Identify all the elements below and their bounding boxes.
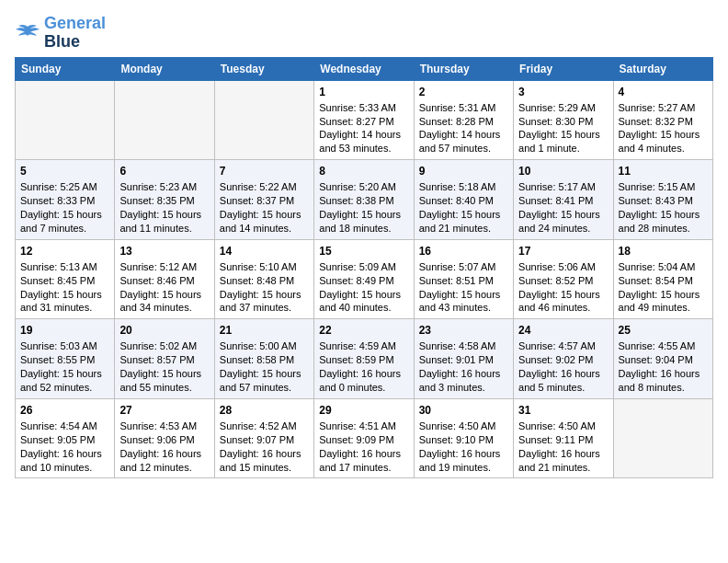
day-number: 12 bbox=[20, 244, 109, 259]
day-info: Sunrise: 5:12 AM Sunset: 8:46 PM Dayligh… bbox=[119, 261, 201, 314]
calendar-cell: 3Sunrise: 5:29 AM Sunset: 8:30 PM Daylig… bbox=[514, 80, 613, 160]
calendar-week-5: 26Sunrise: 4:54 AM Sunset: 9:05 PM Dayli… bbox=[16, 398, 713, 478]
day-info: Sunrise: 4:55 AM Sunset: 9:04 PM Dayligh… bbox=[619, 340, 700, 393]
calendar-cell: 19Sunrise: 5:03 AM Sunset: 8:55 PM Dayli… bbox=[16, 319, 115, 399]
day-info: Sunrise: 5:15 AM Sunset: 8:43 PM Dayligh… bbox=[619, 181, 700, 234]
logo-text: General Blue bbox=[44, 15, 106, 52]
day-number: 30 bbox=[419, 403, 508, 418]
calendar-cell: 23Sunrise: 4:58 AM Sunset: 9:01 PM Dayli… bbox=[414, 319, 513, 399]
day-info: Sunrise: 5:13 AM Sunset: 8:45 PM Dayligh… bbox=[20, 261, 102, 314]
calendar-header-row: SundayMondayTuesdayWednesdayThursdayFrid… bbox=[16, 57, 713, 80]
calendar-cell: 13Sunrise: 5:12 AM Sunset: 8:46 PM Dayli… bbox=[115, 239, 214, 319]
weekday-header-monday: Monday bbox=[115, 57, 214, 80]
day-number: 22 bbox=[319, 323, 408, 338]
weekday-header-sunday: Sunday bbox=[16, 57, 115, 80]
day-number: 17 bbox=[518, 244, 608, 259]
calendar-table: SundayMondayTuesdayWednesdayThursdayFrid… bbox=[15, 57, 713, 479]
day-number: 15 bbox=[319, 244, 408, 259]
day-info: Sunrise: 5:07 AM Sunset: 8:51 PM Dayligh… bbox=[419, 261, 501, 314]
calendar-cell bbox=[214, 80, 313, 160]
calendar-cell: 10Sunrise: 5:17 AM Sunset: 8:41 PM Dayli… bbox=[514, 160, 613, 240]
calendar-cell: 29Sunrise: 4:51 AM Sunset: 9:09 PM Dayli… bbox=[314, 398, 414, 478]
calendar-cell: 26Sunrise: 4:54 AM Sunset: 9:05 PM Dayli… bbox=[16, 398, 115, 478]
day-info: Sunrise: 5:06 AM Sunset: 8:52 PM Dayligh… bbox=[518, 261, 600, 314]
day-info: Sunrise: 5:27 AM Sunset: 8:32 PM Dayligh… bbox=[619, 102, 700, 155]
weekday-header-tuesday: Tuesday bbox=[214, 57, 313, 80]
day-number: 24 bbox=[518, 323, 608, 338]
day-info: Sunrise: 5:22 AM Sunset: 8:37 PM Dayligh… bbox=[220, 181, 301, 234]
day-number: 14 bbox=[220, 244, 309, 259]
day-info: Sunrise: 5:02 AM Sunset: 8:57 PM Dayligh… bbox=[119, 340, 201, 393]
day-info: Sunrise: 4:50 AM Sunset: 9:11 PM Dayligh… bbox=[518, 420, 600, 473]
day-number: 29 bbox=[319, 403, 408, 418]
calendar-cell: 25Sunrise: 4:55 AM Sunset: 9:04 PM Dayli… bbox=[613, 319, 712, 399]
day-number: 18 bbox=[619, 244, 708, 259]
calendar-cell: 7Sunrise: 5:22 AM Sunset: 8:37 PM Daylig… bbox=[214, 160, 313, 240]
day-info: Sunrise: 5:20 AM Sunset: 8:38 PM Dayligh… bbox=[319, 181, 401, 234]
day-info: Sunrise: 5:04 AM Sunset: 8:54 PM Dayligh… bbox=[619, 261, 700, 314]
calendar-cell: 1Sunrise: 5:33 AM Sunset: 8:27 PM Daylig… bbox=[314, 80, 414, 160]
calendar-cell: 4Sunrise: 5:27 AM Sunset: 8:32 PM Daylig… bbox=[613, 80, 712, 160]
day-number: 27 bbox=[119, 403, 209, 418]
calendar-cell: 15Sunrise: 5:09 AM Sunset: 8:49 PM Dayli… bbox=[314, 239, 414, 319]
day-info: Sunrise: 5:09 AM Sunset: 8:49 PM Dayligh… bbox=[319, 261, 401, 314]
calendar-week-2: 5Sunrise: 5:25 AM Sunset: 8:33 PM Daylig… bbox=[16, 160, 713, 240]
weekday-header-saturday: Saturday bbox=[613, 57, 712, 80]
calendar-cell: 28Sunrise: 4:52 AM Sunset: 9:07 PM Dayli… bbox=[214, 398, 313, 478]
day-info: Sunrise: 4:54 AM Sunset: 9:05 PM Dayligh… bbox=[20, 420, 102, 473]
day-number: 4 bbox=[619, 85, 708, 99]
calendar-cell: 21Sunrise: 5:00 AM Sunset: 8:58 PM Dayli… bbox=[214, 319, 313, 399]
calendar-cell: 14Sunrise: 5:10 AM Sunset: 8:48 PM Dayli… bbox=[214, 239, 313, 319]
day-info: Sunrise: 5:31 AM Sunset: 8:28 PM Dayligh… bbox=[419, 102, 501, 155]
day-info: Sunrise: 5:29 AM Sunset: 8:30 PM Dayligh… bbox=[518, 102, 600, 155]
day-info: Sunrise: 5:17 AM Sunset: 8:41 PM Dayligh… bbox=[518, 181, 600, 234]
day-info: Sunrise: 5:00 AM Sunset: 8:58 PM Dayligh… bbox=[220, 340, 301, 393]
calendar-week-3: 12Sunrise: 5:13 AM Sunset: 8:45 PM Dayli… bbox=[16, 239, 713, 319]
day-info: Sunrise: 5:25 AM Sunset: 8:33 PM Dayligh… bbox=[20, 181, 102, 234]
day-info: Sunrise: 5:03 AM Sunset: 8:55 PM Dayligh… bbox=[20, 340, 102, 393]
day-number: 7 bbox=[220, 164, 309, 178]
calendar-cell bbox=[613, 398, 712, 478]
day-number: 5 bbox=[20, 164, 109, 178]
calendar-cell bbox=[115, 80, 214, 160]
calendar-cell: 31Sunrise: 4:50 AM Sunset: 9:11 PM Dayli… bbox=[514, 398, 613, 478]
calendar-cell: 5Sunrise: 5:25 AM Sunset: 8:33 PM Daylig… bbox=[16, 160, 115, 240]
day-info: Sunrise: 5:33 AM Sunset: 8:27 PM Dayligh… bbox=[319, 102, 401, 155]
day-number: 8 bbox=[319, 164, 408, 178]
day-number: 1 bbox=[319, 85, 408, 99]
day-info: Sunrise: 5:10 AM Sunset: 8:48 PM Dayligh… bbox=[220, 261, 301, 314]
logo: General Blue bbox=[15, 15, 106, 52]
calendar-cell: 17Sunrise: 5:06 AM Sunset: 8:52 PM Dayli… bbox=[514, 239, 613, 319]
day-info: Sunrise: 4:58 AM Sunset: 9:01 PM Dayligh… bbox=[419, 340, 501, 393]
day-number: 20 bbox=[119, 323, 209, 338]
day-info: Sunrise: 5:23 AM Sunset: 8:35 PM Dayligh… bbox=[119, 181, 201, 234]
day-number: 2 bbox=[419, 85, 508, 99]
weekday-header-thursday: Thursday bbox=[414, 57, 513, 80]
weekday-header-wednesday: Wednesday bbox=[314, 57, 414, 80]
calendar-week-4: 19Sunrise: 5:03 AM Sunset: 8:55 PM Dayli… bbox=[16, 319, 713, 399]
day-number: 6 bbox=[119, 164, 209, 178]
day-number: 13 bbox=[119, 244, 209, 259]
calendar-cell: 30Sunrise: 4:50 AM Sunset: 9:10 PM Dayli… bbox=[414, 398, 513, 478]
page-header: General Blue bbox=[15, 15, 713, 52]
calendar-cell: 12Sunrise: 5:13 AM Sunset: 8:45 PM Dayli… bbox=[16, 239, 115, 319]
day-info: Sunrise: 4:53 AM Sunset: 9:06 PM Dayligh… bbox=[119, 420, 201, 473]
calendar-body: 1Sunrise: 5:33 AM Sunset: 8:27 PM Daylig… bbox=[16, 80, 713, 478]
day-info: Sunrise: 4:59 AM Sunset: 8:59 PM Dayligh… bbox=[319, 340, 401, 393]
day-info: Sunrise: 4:50 AM Sunset: 9:10 PM Dayligh… bbox=[419, 420, 501, 473]
calendar-cell: 16Sunrise: 5:07 AM Sunset: 8:51 PM Dayli… bbox=[414, 239, 513, 319]
day-number: 19 bbox=[20, 323, 109, 338]
calendar-cell: 24Sunrise: 4:57 AM Sunset: 9:02 PM Dayli… bbox=[514, 319, 613, 399]
day-number: 11 bbox=[619, 164, 708, 178]
day-number: 23 bbox=[419, 323, 508, 338]
calendar-cell: 22Sunrise: 4:59 AM Sunset: 8:59 PM Dayli… bbox=[314, 319, 414, 399]
calendar-cell: 18Sunrise: 5:04 AM Sunset: 8:54 PM Dayli… bbox=[613, 239, 712, 319]
calendar-cell: 8Sunrise: 5:20 AM Sunset: 8:38 PM Daylig… bbox=[314, 160, 414, 240]
calendar-cell: 6Sunrise: 5:23 AM Sunset: 8:35 PM Daylig… bbox=[115, 160, 214, 240]
day-number: 16 bbox=[419, 244, 508, 259]
calendar-week-1: 1Sunrise: 5:33 AM Sunset: 8:27 PM Daylig… bbox=[16, 80, 713, 160]
calendar-cell: 11Sunrise: 5:15 AM Sunset: 8:43 PM Dayli… bbox=[613, 160, 712, 240]
day-number: 28 bbox=[220, 403, 309, 418]
logo-bird-icon bbox=[15, 23, 40, 43]
day-number: 26 bbox=[20, 403, 109, 418]
